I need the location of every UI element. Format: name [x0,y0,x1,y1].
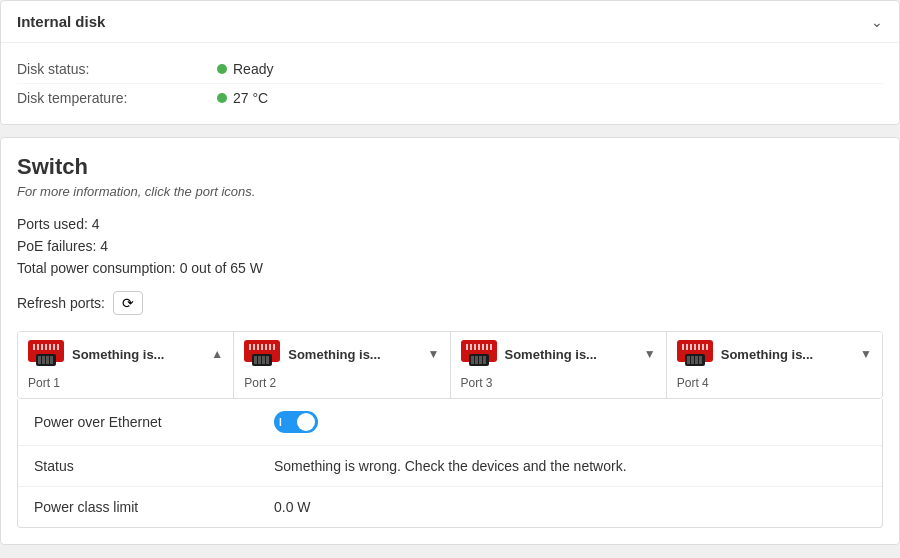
switch-stats: Ports used: 4 PoE failures: 4 Total powe… [17,213,883,279]
port-1-header-left: Something is... [28,340,164,368]
disk-status-value: Ready [217,61,273,77]
port-detail-panel: Power over Ethernet I Status Something i… [17,399,883,528]
switch-subtitle: For more information, click the port ico… [17,184,883,199]
port-4-item[interactable]: Something is... ▼ Port 4 [667,332,882,398]
internal-disk-chevron-icon[interactable]: ⌄ [871,14,883,30]
internal-disk-title: Internal disk [17,13,105,30]
port-1-name: Something is... [72,347,164,362]
port-3-chevron-icon[interactable]: ▼ [644,347,656,361]
status-value: Something is wrong. Check the devices an… [274,458,627,474]
port-2-item[interactable]: Something is... ▼ Port 2 [234,332,450,398]
port-4-label: Port 4 [667,372,882,398]
ports-row: Something is... ▲ Port 1 [17,331,883,399]
disk-temp-dot [217,93,227,103]
svg-rect-5 [50,356,53,364]
svg-rect-15 [254,356,257,364]
switch-section: Switch For more information, click the p… [0,137,900,545]
port-4-header[interactable]: Something is... ▼ [667,332,882,372]
svg-rect-42 [691,356,694,364]
svg-rect-41 [687,356,690,364]
svg-rect-29 [475,356,478,364]
svg-rect-28 [471,356,474,364]
svg-rect-17 [262,356,265,364]
port-2-label: Port 2 [234,372,449,398]
port-3-eth-icon [461,340,497,368]
port-1-header[interactable]: Something is... ▲ [18,332,233,372]
port-3-header-left: Something is... [461,340,597,368]
port-1-eth-icon [28,340,64,368]
refresh-spin-icon: ⟳ [122,295,134,311]
power-class-row: Power class limit 0.0 W [18,487,882,527]
total-power-value: 0 out of 65 W [180,260,263,276]
poe-failures-value: 4 [100,238,108,254]
disk-status-dot [217,64,227,74]
port-3-name: Something is... [505,347,597,362]
disk-status-row: Disk status: Ready [17,55,883,84]
disk-temp-value: 27 °C [217,90,268,106]
poe-failures-row: PoE failures: 4 [17,235,883,257]
refresh-label: Refresh ports: [17,295,105,311]
port-2-eth-icon [244,340,280,368]
svg-rect-16 [258,356,261,364]
total-power-label: Total power consumption: [17,260,176,276]
svg-rect-43 [695,356,698,364]
port-1-item[interactable]: Something is... ▲ Port 1 [18,332,234,398]
poe-toggle-value: I [274,411,318,433]
status-row: Status Something is wrong. Check the dev… [18,446,882,487]
svg-rect-2 [38,356,41,364]
refresh-button[interactable]: ⟳ [113,291,143,315]
poe-row: Power over Ethernet I [18,399,882,446]
svg-rect-31 [483,356,486,364]
port-3-item[interactable]: Something is... ▼ Port 3 [451,332,667,398]
refresh-row: Refresh ports: ⟳ [17,291,883,315]
toggle-on-label: I [279,417,282,428]
svg-rect-4 [46,356,49,364]
power-class-label: Power class limit [34,499,274,515]
port-2-header-left: Something is... [244,340,380,368]
internal-disk-section: Internal disk ⌄ Disk status: Ready Disk … [0,0,900,125]
poe-label: Power over Ethernet [34,414,274,430]
internal-disk-header[interactable]: Internal disk ⌄ [1,1,899,43]
port-2-header[interactable]: Something is... ▼ [234,332,449,372]
svg-rect-30 [479,356,482,364]
disk-status-text: Ready [233,61,273,77]
poe-toggle[interactable]: I [274,411,318,433]
svg-rect-44 [699,356,702,364]
disk-temp-text: 27 °C [233,90,268,106]
ports-used-label: Ports used: [17,216,88,232]
port-3-label: Port 3 [451,372,666,398]
svg-rect-18 [266,356,269,364]
ports-used-row: Ports used: 4 [17,213,883,235]
disk-temp-label: Disk temperature: [17,90,217,106]
port-4-eth-icon [677,340,713,368]
port-2-chevron-icon[interactable]: ▼ [428,347,440,361]
port-2-name: Something is... [288,347,380,362]
port-3-header[interactable]: Something is... ▼ [451,332,666,372]
port-4-chevron-icon[interactable]: ▼ [860,347,872,361]
port-1-label: Port 1 [18,372,233,398]
status-label: Status [34,458,274,474]
poe-failures-label: PoE failures: [17,238,96,254]
disk-temp-row: Disk temperature: 27 °C [17,84,883,112]
total-power-row: Total power consumption: 0 out of 65 W [17,257,883,279]
ports-used-value: 4 [92,216,100,232]
port-1-chevron-icon[interactable]: ▲ [211,347,223,361]
port-4-name: Something is... [721,347,813,362]
svg-rect-3 [42,356,45,364]
power-class-value: 0.0 W [274,499,311,515]
poe-slider: I [274,411,318,433]
switch-title: Switch [17,154,883,180]
port-4-header-left: Something is... [677,340,813,368]
disk-status-label: Disk status: [17,61,217,77]
internal-disk-body: Disk status: Ready Disk temperature: 27 … [1,43,899,124]
